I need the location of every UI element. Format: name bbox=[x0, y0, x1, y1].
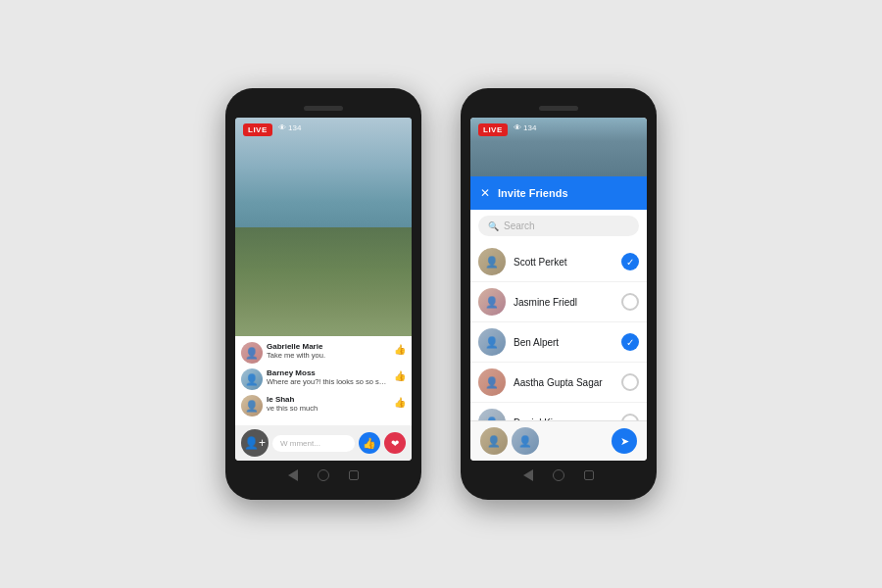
viewer-count-text: 134 bbox=[288, 123, 301, 132]
comment-text-1: Take me with you. bbox=[267, 351, 390, 361]
comment-content-2: Barney Moss Where are you?! this looks s… bbox=[267, 368, 390, 387]
phone2-recents-nav-icon[interactable] bbox=[584, 470, 594, 480]
friend-check-daniel[interactable] bbox=[621, 414, 639, 420]
friends-list: 👤 Scott Perket ✓ 👤 Jasmine Friedl 👤 Ben … bbox=[470, 242, 647, 420]
friend-name-scott: Scott Perket bbox=[514, 257, 613, 268]
selected-avatar-scott: 👤 bbox=[480, 427, 508, 455]
commenter-name-1: Gabrielle Marie bbox=[267, 342, 390, 351]
phone2-viewer-count-text: 134 bbox=[523, 123, 536, 132]
comment-avatar-shah: 👤 bbox=[241, 395, 263, 416]
phone-1-bottom-bar bbox=[235, 461, 412, 490]
avatar-face-1: 👤 bbox=[241, 342, 263, 364]
friend-row-jasmine[interactable]: 👤 Jasmine Friedl bbox=[470, 282, 647, 322]
avatar-face-2: 👤 bbox=[241, 368, 263, 390]
friend-row-daniel[interactable]: 👤 Daniel Kim bbox=[470, 403, 647, 420]
comment-content-3: le Shah ve this so much bbox=[267, 395, 390, 414]
phone-2: LIVE 👁 134 ✕ Invite Friends 🔍 Search 👤 S… bbox=[461, 88, 657, 500]
phone-2-bottom-bar bbox=[470, 461, 647, 490]
comment-avatar-barney: 👤 bbox=[241, 368, 263, 390]
back-nav-icon[interactable] bbox=[288, 469, 298, 481]
phone2-eye-icon: 👁 bbox=[514, 123, 521, 132]
friend-row-scott[interactable]: 👤 Scott Perket ✓ bbox=[470, 242, 647, 282]
comment-row-2: 👤 Barney Moss Where are you?! this looks… bbox=[241, 368, 406, 390]
live-badge: LIVE bbox=[243, 123, 272, 136]
friend-avatar-daniel: 👤 bbox=[478, 409, 506, 420]
friend-check-aastha[interactable] bbox=[621, 373, 639, 391]
live-video-area: LIVE 👁 134 bbox=[235, 118, 412, 336]
comment-content-1: Gabrielle Marie Take me with you. bbox=[267, 342, 390, 361]
friend-avatar-jasmine: 👤 bbox=[478, 288, 506, 316]
viewer-count: 👁 134 bbox=[278, 123, 301, 132]
invite-bottom-bar: 👤 👤 ➤ bbox=[470, 420, 647, 461]
comment-input[interactable]: W mment... bbox=[272, 435, 355, 452]
eye-icon: 👁 bbox=[278, 123, 286, 132]
friend-check-jasmine[interactable] bbox=[621, 293, 639, 311]
like-reaction-button[interactable]: 👍 bbox=[359, 432, 380, 454]
search-bar[interactable]: 🔍 Search bbox=[478, 216, 639, 236]
send-invites-button[interactable]: ➤ bbox=[612, 428, 637, 454]
phone2-viewer-count: 👁 134 bbox=[514, 123, 536, 132]
comment-avatar-gabrielle: 👤 bbox=[241, 342, 263, 364]
friend-check-ben[interactable]: ✓ bbox=[621, 333, 639, 351]
commenter-name-2: Barney Moss bbox=[267, 368, 390, 377]
phone-1-speaker bbox=[304, 106, 343, 111]
phone-2-top-bar bbox=[470, 98, 647, 118]
friend-name-jasmine: Jasmine Friedl bbox=[514, 297, 613, 308]
friend-row-ben[interactable]: 👤 Ben Alpert ✓ bbox=[470, 322, 647, 363]
invite-header: ✕ Invite Friends bbox=[470, 176, 647, 210]
like-btn-3[interactable]: 👍 bbox=[394, 397, 406, 408]
invite-title: Invite Friends bbox=[498, 187, 568, 199]
land-area bbox=[235, 227, 412, 337]
search-icon: 🔍 bbox=[488, 221, 499, 231]
home-nav-icon[interactable] bbox=[318, 469, 329, 481]
comment-row-3: 👤 le Shah ve this so much 👍 bbox=[241, 395, 406, 416]
phone-1: LIVE 👁 134 👤 Gabrielle Marie Take me wit… bbox=[225, 88, 421, 500]
comments-area: 👤 Gabrielle Marie Take me with you. 👍 👤 … bbox=[235, 336, 412, 425]
friend-check-scott[interactable]: ✓ bbox=[621, 253, 639, 270]
phone-1-screen: LIVE 👁 134 👤 Gabrielle Marie Take me wit… bbox=[235, 118, 412, 461]
add-friend-button[interactable]: 👤+ bbox=[241, 429, 269, 457]
comment-row-1: 👤 Gabrielle Marie Take me with you. 👍 bbox=[241, 342, 406, 364]
avatar-face-3: 👤 bbox=[241, 395, 263, 416]
like-btn-2[interactable]: 👍 bbox=[394, 370, 406, 381]
phone2-video-area: LIVE 👁 134 bbox=[470, 118, 647, 176]
search-placeholder: Search bbox=[504, 220, 535, 231]
phone-2-screen: LIVE 👁 134 ✕ Invite Friends 🔍 Search 👤 S… bbox=[470, 118, 647, 461]
phone2-back-nav-icon[interactable] bbox=[523, 469, 533, 481]
phone-1-top-bar bbox=[235, 98, 412, 118]
recents-nav-icon[interactable] bbox=[349, 470, 359, 480]
comment-text-3: ve this so much bbox=[267, 404, 390, 414]
friend-avatar-aastha: 👤 bbox=[478, 368, 506, 396]
friend-avatar-scott: 👤 bbox=[478, 248, 506, 275]
friend-name-ben: Ben Alpert bbox=[514, 337, 613, 348]
phone2-live-badge: LIVE bbox=[478, 123, 508, 136]
comment-input-bar: 👤+ W mment... 👍 ❤ bbox=[235, 425, 412, 461]
friend-avatar-ben: 👤 bbox=[478, 328, 506, 356]
like-btn-1[interactable]: 👍 bbox=[394, 344, 406, 355]
friend-name-aastha: Aastha Gupta Sagar bbox=[514, 377, 613, 388]
comment-text-2: Where are you?! this looks so so so craz… bbox=[267, 377, 390, 387]
close-invite-icon[interactable]: ✕ bbox=[480, 186, 490, 200]
friend-row-aastha[interactable]: 👤 Aastha Gupta Sagar bbox=[470, 363, 647, 403]
selected-avatars: 👤 👤 bbox=[480, 427, 539, 455]
commenter-name-3: le Shah bbox=[267, 395, 390, 404]
love-reaction-button[interactable]: ❤ bbox=[384, 432, 406, 454]
selected-avatar-ben: 👤 bbox=[512, 427, 539, 455]
phone-2-speaker bbox=[539, 106, 578, 111]
phone2-home-nav-icon[interactable] bbox=[553, 469, 564, 481]
